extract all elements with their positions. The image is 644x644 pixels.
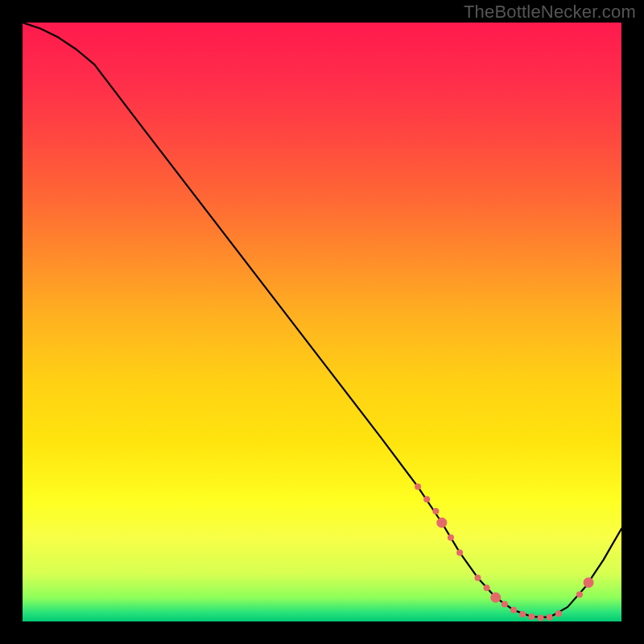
marker-point — [538, 615, 544, 621]
marker-point — [547, 614, 553, 621]
marker-point — [528, 613, 535, 620]
marker-point — [510, 607, 517, 613]
marker-point — [423, 496, 430, 502]
chart-svg — [23, 23, 621, 621]
marker-point — [576, 592, 583, 598]
marker-point — [456, 549, 463, 555]
watermark-text: TheBottleNecker.com — [464, 2, 636, 23]
gradient-background — [23, 23, 621, 621]
marker-point — [415, 484, 421, 490]
marker-point — [448, 535, 454, 541]
chart-frame: TheBottleNecker.com — [0, 0, 644, 644]
marker-point — [519, 611, 526, 617]
marker-point — [432, 508, 439, 514]
marker-point — [474, 575, 481, 581]
plot-area — [23, 23, 621, 621]
marker-point — [484, 584, 490, 591]
marker-point — [584, 577, 594, 588]
marker-point — [436, 518, 447, 528]
marker-point — [555, 610, 562, 617]
marker-point — [490, 592, 501, 603]
marker-point — [502, 601, 508, 607]
